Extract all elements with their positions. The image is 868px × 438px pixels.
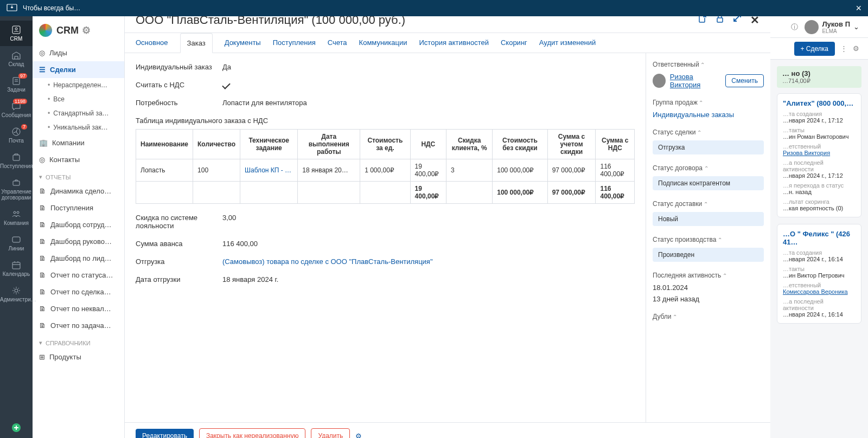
rail-messages[interactable]: 1198Сообщения xyxy=(0,97,33,123)
download-icon xyxy=(7,4,17,12)
sidebar-deals[interactable]: ☰ Сделки xyxy=(33,61,124,78)
sidebar-sub-2[interactable]: Стандартный за… xyxy=(33,106,124,120)
tab-scoring[interactable]: Скоринг xyxy=(501,33,527,53)
modal-tabs: Основное Заказ Документы Поступления Сче… xyxy=(125,33,770,53)
tab-invoices[interactable]: Счета xyxy=(328,33,347,53)
svg-rect-6 xyxy=(13,181,20,185)
sidebar-report-3[interactable]: 🗎 Дашборд руково… xyxy=(33,233,124,250)
sidebar: CRM⚙ ◎ Лиды ☰ Сделки Нераспределен… Все … xyxy=(33,16,125,438)
check-icon xyxy=(222,81,231,89)
sidebar-report-2[interactable]: 🗎 Дашборд сотруд… xyxy=(33,216,124,233)
rail-receipts[interactable]: Поступления xyxy=(0,148,33,173)
value-advance: 116 400,00 xyxy=(222,240,635,248)
close-icon[interactable]: ✕ xyxy=(750,16,760,27)
group-link[interactable]: Индивидуальные заказы xyxy=(653,111,734,119)
sidebar-report-8[interactable]: 🗎 Отчет по задача… xyxy=(33,317,124,334)
rail-calendar[interactable]: Календарь xyxy=(0,256,33,281)
svg-point-7 xyxy=(14,211,16,214)
label-advance: Сумма аванса xyxy=(136,240,222,248)
tab-audit[interactable]: Аудит изменений xyxy=(539,33,596,53)
sp-owner-title[interactable]: Ответственный xyxy=(653,61,764,68)
export-icon[interactable] xyxy=(697,16,707,27)
table-row[interactable]: Лопасть100Шаблон КП - …18 января 20…1 00… xyxy=(136,159,635,182)
svg-rect-9 xyxy=(12,237,20,242)
sidebar-report-4[interactable]: 🗎 Дашборд по лид… xyxy=(33,250,124,267)
owner-avatar xyxy=(653,74,666,88)
deal-card-0[interactable]: "Алитех" (800 000,… …та создания…нваря 2… xyxy=(777,93,861,217)
sp-prod-title[interactable]: Статус производства xyxy=(653,236,764,243)
delivery-status-badge: Новый xyxy=(653,212,764,226)
sidebar-report-5[interactable]: 🗎 Отчет по статуса… xyxy=(33,267,124,284)
sidebar-sub-3[interactable]: Уникальный зак… xyxy=(33,120,124,134)
shipment-link[interactable]: (Самовывоз) товара по сделке с ООО "Плав… xyxy=(222,257,433,266)
footer-gear-icon[interactable]: ⚙ xyxy=(355,432,362,439)
sidebar-report-1[interactable]: 🗎 Поступления xyxy=(33,199,124,216)
tab-history[interactable]: История активностей xyxy=(419,33,489,53)
rail-warehouse[interactable]: Склад xyxy=(0,46,33,72)
label-need: Потребность xyxy=(136,99,222,107)
svg-point-2 xyxy=(15,28,17,30)
sidebar-contacts[interactable]: ◎ Контакты xyxy=(33,151,124,168)
tab-comms[interactable]: Коммуникации xyxy=(359,33,407,53)
app-title: CRM⚙ xyxy=(33,16,124,44)
sidebar-companies[interactable]: 🏢 Компании xyxy=(33,134,124,151)
lock-icon[interactable] xyxy=(716,16,724,27)
sp-last-title[interactable]: Последняя активность xyxy=(653,272,764,279)
order-table: НаименованиеКоличествоТехническое задани… xyxy=(136,129,635,204)
rail-admin[interactable]: Администри… xyxy=(0,281,33,307)
modal-title: ООО "ПлавСталь-Вентиляция" (100 000,00 р… xyxy=(136,16,697,27)
form-area: Индивидуальный заказДа Считать с НДС Пот… xyxy=(125,53,646,422)
help-icon[interactable]: ⓘ xyxy=(791,22,798,32)
user-menu[interactable]: Луков ПELMA ⌄ xyxy=(805,20,859,34)
value-individual: Да xyxy=(222,63,635,71)
sidebar-sub-0[interactable]: Нераспределен… xyxy=(33,78,124,92)
rail-add[interactable] xyxy=(0,418,33,438)
sidebar-reports-title[interactable]: ▾ ОТЧЕТЫ xyxy=(33,168,124,183)
owner-link[interactable]: Ризова Виктория xyxy=(670,73,721,89)
sidebar-report-7[interactable]: 🗎 Отчет по неквал… xyxy=(33,300,124,317)
rail-company[interactable]: Компания xyxy=(0,205,33,230)
delete-button[interactable]: Удалить xyxy=(311,428,350,438)
tech-link[interactable]: Шаблон КП - … xyxy=(245,166,291,174)
sp-contract-title[interactable]: Статус договора xyxy=(653,164,764,172)
sidebar-report-0[interactable]: 🗎 Динамика сдело… xyxy=(33,183,124,199)
value-discount: 3,00 xyxy=(222,214,635,230)
sp-dealstatus-title[interactable]: Статус сделки xyxy=(653,128,764,136)
sidebar-ref-0[interactable]: ⊞ Продукты xyxy=(33,349,124,365)
sidebar-leads[interactable]: ◎ Лиды xyxy=(33,44,124,61)
close-unrealized-button[interactable]: Закрыть как нереализованную xyxy=(199,428,306,438)
topbar-close-icon[interactable]: × xyxy=(856,3,861,14)
rail-mail[interactable]: 7Почта xyxy=(0,123,33,148)
sp-dupes-title[interactable]: Дубли xyxy=(653,313,764,320)
rail-crm[interactable]: CRM xyxy=(0,21,33,46)
modal-footer: Редактировать Закрыть как нереализованну… xyxy=(125,422,770,438)
sidebar-sub-1[interactable]: Все xyxy=(33,92,124,106)
gear-icon[interactable]: ⚙ xyxy=(82,24,91,36)
rail-lines[interactable]: Линии xyxy=(0,230,33,256)
tab-main[interactable]: Основное xyxy=(136,33,168,53)
new-deal-button[interactable]: + Сделка xyxy=(794,42,835,56)
gear-icon[interactable]: ⚙ xyxy=(853,44,859,53)
label-discount: Скидка по системе лояльности xyxy=(136,214,222,230)
deal-card-1[interactable]: …О " Феликс " (426 41… …та создания…нвар… xyxy=(777,224,861,324)
table-caption: Таблица индивидуального заказа с НДС xyxy=(136,117,635,125)
avatar xyxy=(805,20,819,34)
tab-order[interactable]: Заказ xyxy=(180,33,213,53)
expand-icon[interactable] xyxy=(733,16,742,27)
edit-button[interactable]: Редактировать xyxy=(136,429,194,438)
last-date: 18.01.2024 xyxy=(653,284,764,292)
last-ago: 13 дней назад xyxy=(653,295,764,303)
system-topbar: Чтобы всегда бы… × xyxy=(0,0,868,16)
rail-contracts[interactable]: Управление договорами xyxy=(0,173,33,205)
sp-delivery-title[interactable]: Статус доставки xyxy=(653,200,764,208)
rail-tasks[interactable]: 97Задачи xyxy=(0,72,33,97)
tab-receipts[interactable]: Поступления xyxy=(273,33,316,53)
sidebar-report-6[interactable]: 🗎 Отчет по сделка… xyxy=(33,284,124,300)
deal-modal: ООО "ПлавСталь-Вентиляция" (100 000,00 р… xyxy=(125,16,770,438)
more-icon[interactable]: ⋮ xyxy=(840,44,847,53)
sidebar-refs-title[interactable]: ▾ СПРАВОЧНИКИ xyxy=(33,334,124,349)
svg-rect-10 xyxy=(12,262,20,269)
change-owner-button[interactable]: Сменить xyxy=(725,74,764,87)
tab-docs[interactable]: Документы xyxy=(225,33,261,53)
sp-group-title[interactable]: Группа продаж xyxy=(653,99,764,106)
